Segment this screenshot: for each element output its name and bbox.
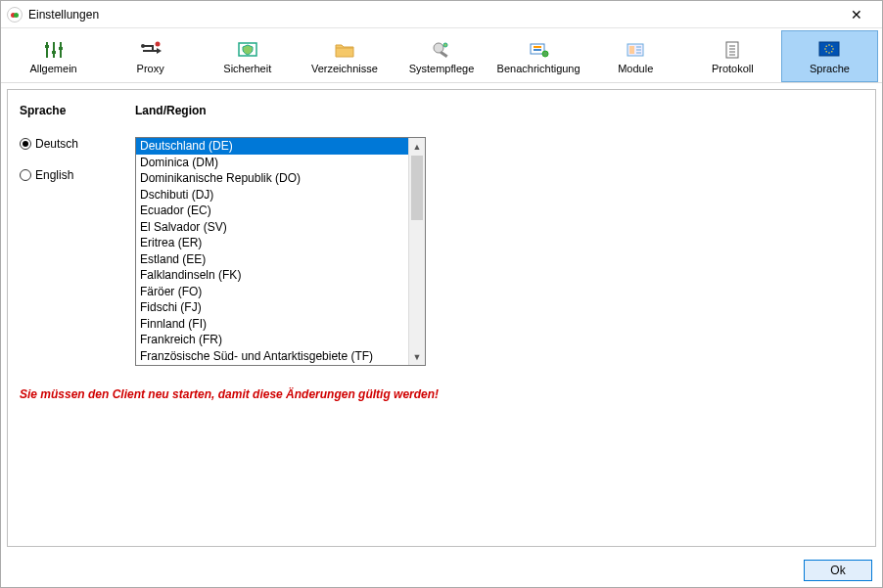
proxy-icon [139, 39, 163, 61]
tab-label: Protokoll [712, 63, 754, 74]
tab-label: Benachrichtigung [497, 63, 581, 74]
list-item[interactable]: Ecuador (EC) [136, 203, 408, 219]
radio-indicator-icon [20, 138, 31, 150]
svg-point-35 [831, 51, 833, 53]
svg-rect-11 [440, 51, 447, 58]
svg-point-30 [825, 48, 827, 50]
ok-button-label: Ok [830, 564, 845, 577]
titlebar: Einstellungen ✕ [1, 1, 882, 28]
scrollbar[interactable]: ▲ ▼ [408, 138, 425, 365]
tab-benachrichtigung[interactable]: Benachrichtigung [490, 30, 587, 82]
radio-deutsch[interactable]: Deutsch [20, 137, 135, 151]
svg-rect-4 [52, 51, 56, 54]
list-item[interactable]: Estland (EE) [136, 251, 408, 268]
region-list-viewport: Deutschland (DE) Dominica (DM) Dominikan… [136, 138, 408, 365]
tab-protokoll[interactable]: Protokoll [684, 30, 781, 82]
maintenance-icon [430, 39, 453, 61]
tab-label: Module [618, 63, 653, 74]
ok-button[interactable]: Ok [804, 560, 872, 581]
shield-icon [236, 39, 259, 61]
tab-label: Sprache [810, 63, 850, 74]
svg-point-16 [542, 51, 548, 57]
svg-point-28 [829, 44, 831, 46]
log-icon [720, 39, 744, 61]
tab-label: Proxy [137, 63, 164, 74]
list-item[interactable]: Dominica (DM) [136, 155, 408, 171]
tab-allgemein[interactable]: Allgemein [5, 30, 102, 82]
svg-rect-27 [819, 42, 839, 56]
sliders-icon [42, 39, 66, 61]
svg-point-32 [826, 45, 828, 47]
list-item[interactable]: Fidschi (FJ) [136, 299, 408, 316]
notification-icon [527, 39, 550, 61]
svg-point-29 [829, 52, 831, 54]
dialog-footer: Ok [1, 553, 882, 588]
list-item[interactable]: Dominikanische Republik (DO) [136, 170, 408, 187]
list-item[interactable]: Färöer (FO) [136, 284, 408, 300]
tab-proxy[interactable]: Proxy [102, 30, 199, 82]
close-button[interactable]: ✕ [837, 1, 876, 27]
restart-warning: Sie müssen den Client neu starten, damit… [20, 387, 863, 401]
region-listbox[interactable]: Deutschland (DE) Dominica (DM) Dominikan… [135, 137, 426, 366]
eu-flag-icon [817, 39, 841, 61]
folder-icon [333, 39, 356, 61]
radio-label: Deutsch [35, 137, 78, 151]
svg-rect-18 [629, 46, 634, 54]
close-icon: ✕ [851, 7, 862, 23]
svg-point-33 [831, 45, 833, 47]
list-item[interactable]: Finnland (FI) [136, 316, 408, 333]
tab-systempflege[interactable]: Systempflege [393, 30, 489, 82]
settings-panel: Sprache Deutsch English Land/Region Deut… [7, 89, 876, 547]
list-item[interactable]: Frankreich (FR) [136, 332, 408, 348]
list-item[interactable]: Falklandinseln (FK) [136, 267, 408, 284]
scroll-up-icon[interactable]: ▲ [409, 138, 425, 155]
tab-label: Allgemein [29, 63, 76, 74]
list-item[interactable]: Französisch-Guayana (GF) [136, 364, 408, 365]
scroll-down-icon[interactable]: ▼ [409, 348, 425, 365]
list-item[interactable]: El Salvador (SV) [136, 219, 408, 236]
tab-verzeichnisse[interactable]: Verzeichnisse [296, 30, 393, 82]
tab-sicherheit[interactable]: Sicherheit [199, 30, 296, 82]
svg-rect-5 [59, 47, 63, 50]
app-icon [7, 7, 23, 23]
tab-label: Systempflege [409, 63, 475, 74]
radio-indicator-icon [20, 169, 31, 181]
list-item[interactable]: Eritrea (ER) [136, 235, 408, 251]
svg-point-6 [141, 44, 145, 48]
svg-point-31 [833, 48, 835, 50]
svg-rect-3 [45, 45, 49, 48]
tab-label: Sicherheit [223, 63, 271, 74]
window-title: Einstellungen [28, 8, 837, 22]
tab-module[interactable]: Module [587, 30, 684, 82]
module-icon [624, 39, 647, 61]
list-item[interactable]: Französische Süd- und Antarktisgebiete (… [136, 348, 408, 365]
svg-rect-22 [726, 42, 738, 58]
tab-sprache[interactable]: Sprache [781, 30, 878, 82]
scroll-thumb[interactable] [411, 156, 423, 220]
svg-point-8 [155, 41, 160, 46]
heading-sprache: Sprache [20, 104, 135, 117]
svg-point-34 [826, 51, 828, 53]
svg-marker-7 [157, 48, 162, 54]
radio-english[interactable]: English [20, 168, 135, 182]
radio-label: English [35, 168, 73, 182]
svg-point-12 [443, 43, 447, 47]
settings-toolbar: Allgemein Proxy Sicherheit [1, 28, 882, 83]
heading-region: Land/Region [135, 104, 426, 117]
list-item[interactable]: Deutschland (DE) [136, 138, 408, 155]
list-item[interactable]: Dschibuti (DJ) [136, 187, 408, 204]
tab-label: Verzeichnisse [311, 63, 378, 74]
